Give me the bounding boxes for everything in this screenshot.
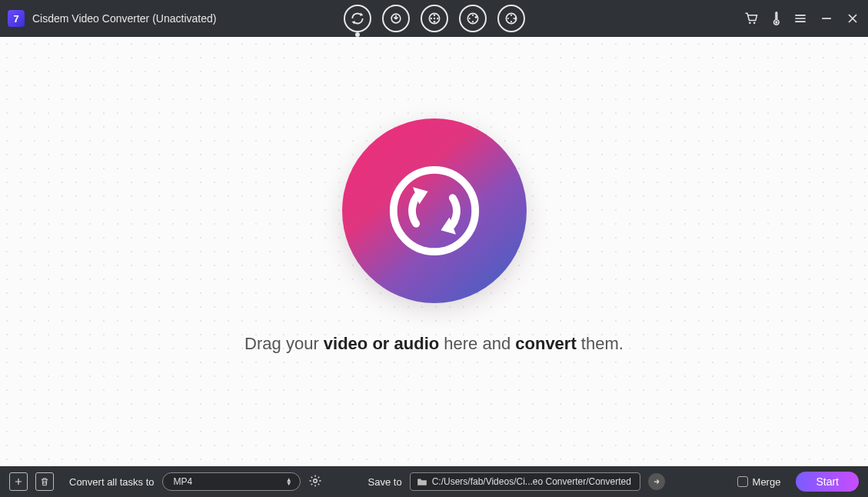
- convert-hero-circle: [342, 118, 527, 303]
- download-icon: [388, 11, 404, 26]
- svg-point-15: [749, 22, 751, 25]
- format-settings-button[interactable]: [308, 474, 322, 490]
- add-file-button[interactable]: [9, 472, 28, 491]
- arrow-right-icon: [652, 477, 661, 486]
- format-select[interactable]: MP4 ▲▼: [162, 472, 301, 491]
- mode-convert-button[interactable]: [344, 5, 371, 32]
- minimize-icon: [819, 11, 834, 26]
- save-path-field[interactable]: C:/Users/fab/Videos/Ci...eo Converter/Co…: [410, 472, 640, 491]
- svg-point-5: [436, 18, 438, 20]
- svg-point-4: [430, 18, 432, 20]
- mode-burn-button[interactable]: [497, 5, 525, 32]
- gear-icon: [308, 474, 322, 488]
- mode-download-button[interactable]: [382, 5, 410, 32]
- hamburger-icon: [793, 11, 808, 26]
- bottombar: Convert all tasks to MP4 ▲▼ Save to C:/U…: [0, 466, 868, 497]
- svg-point-10: [471, 21, 473, 22]
- svg-point-16: [753, 22, 756, 25]
- merge-checkbox[interactable]: Merge: [737, 476, 781, 488]
- convert-icon: [350, 11, 365, 26]
- open-folder-button[interactable]: [648, 473, 665, 490]
- start-button[interactable]: Start: [796, 472, 859, 492]
- drop-hint-text: Drag your video or audio here and conver…: [244, 334, 624, 354]
- film-reel-icon: [427, 11, 442, 26]
- mode-edit-button[interactable]: [459, 5, 487, 32]
- svg-point-3: [433, 21, 435, 23]
- film-reel-plus-icon: [465, 11, 481, 26]
- format-selected-value: MP4: [174, 476, 193, 487]
- convert-arrows-icon: [381, 157, 488, 265]
- app-icon: 7: [8, 10, 25, 27]
- cart-icon: [743, 11, 759, 26]
- plus-icon: [13, 476, 24, 487]
- thermometer-button[interactable]: [770, 11, 782, 26]
- svg-point-8: [471, 15, 473, 16]
- folder-icon: [417, 477, 427, 486]
- titlebar: 7 Cisdem Video Converter (Unactivated): [0, 0, 868, 37]
- convert-all-label: Convert all tasks to: [69, 476, 155, 488]
- cart-button[interactable]: [743, 11, 759, 26]
- film-reel-arrow-icon: [504, 11, 519, 26]
- save-path-value: C:/Users/fab/Videos/Ci...eo Converter/Co…: [432, 476, 631, 487]
- stepper-icon: ▲▼: [286, 478, 292, 485]
- close-button[interactable]: [845, 11, 860, 26]
- titlebar-right-controls: [743, 11, 860, 26]
- minimize-button[interactable]: [819, 11, 834, 26]
- app-title: Cisdem Video Converter (Unactivated): [32, 12, 216, 25]
- delete-button[interactable]: [35, 472, 54, 491]
- thermometer-icon: [770, 11, 782, 26]
- save-to-label: Save to: [368, 476, 402, 488]
- svg-point-6: [433, 18, 435, 20]
- trash-icon: [39, 476, 50, 487]
- svg-point-2: [433, 15, 435, 17]
- svg-point-12: [510, 15, 511, 16]
- merge-label: Merge: [753, 476, 781, 488]
- svg-point-19: [313, 479, 317, 482]
- checkbox-box-icon: [737, 476, 748, 487]
- svg-point-14: [510, 21, 511, 22]
- mode-toolbar: [344, 5, 525, 32]
- svg-point-18: [393, 170, 474, 252]
- svg-point-17: [775, 21, 777, 23]
- drop-zone[interactable]: Drag your video or audio here and conver…: [0, 37, 868, 466]
- close-icon: [845, 11, 860, 26]
- mode-rip-button[interactable]: [421, 5, 448, 32]
- menu-button[interactable]: [793, 11, 808, 26]
- svg-point-13: [507, 18, 508, 19]
- svg-point-9: [468, 18, 470, 19]
